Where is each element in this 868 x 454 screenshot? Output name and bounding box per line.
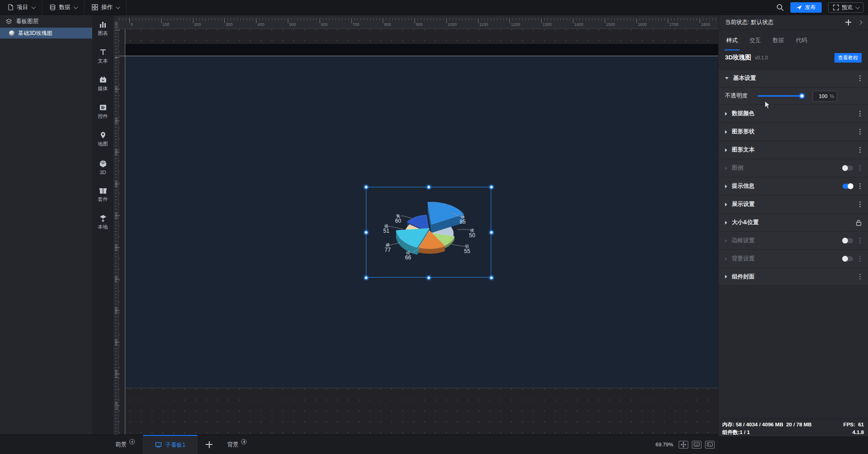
selection-handle[interactable] bbox=[364, 276, 368, 280]
keyboard-shortcuts-icon[interactable] bbox=[692, 441, 701, 449]
h-ruler-label: 1000 bbox=[448, 22, 457, 27]
selection-handle[interactable] bbox=[364, 185, 368, 189]
caret-icon bbox=[725, 221, 727, 225]
kit-icon bbox=[99, 187, 107, 194]
menu-data[interactable]: 数据 bbox=[42, 0, 84, 15]
menu-operate[interactable]: 操作 bbox=[84, 0, 127, 15]
caret-icon bbox=[725, 275, 727, 278]
section-label: 图例 bbox=[732, 164, 743, 172]
opacity-input[interactable]: 100 % bbox=[813, 91, 837, 102]
vertical-ruler: -100010020030040050060070080090010001100 bbox=[113, 16, 119, 434]
selection-handle[interactable] bbox=[489, 230, 493, 234]
section-menu-icon[interactable] bbox=[858, 200, 862, 208]
canvas-top-band bbox=[125, 44, 718, 55]
toolbox-item[interactable]: 媒体 bbox=[92, 70, 113, 98]
tab-样式[interactable]: 样式 bbox=[725, 31, 739, 50]
opacity-label: 不透明度 bbox=[725, 92, 748, 100]
publish-button[interactable]: 发布 bbox=[790, 2, 822, 13]
state-label: 当前状态: bbox=[725, 19, 749, 26]
toolbox-item[interactable]: 文本 bbox=[92, 43, 113, 70]
section-menu-icon[interactable] bbox=[858, 74, 862, 82]
toolbox-item[interactable]: 图表 bbox=[92, 15, 113, 43]
section-menu-icon[interactable] bbox=[858, 237, 862, 244]
sphere-icon bbox=[9, 30, 15, 36]
v-ruler-label: 1000 bbox=[114, 367, 118, 381]
section-menu-icon[interactable] bbox=[858, 255, 862, 263]
add-background-icon[interactable] bbox=[241, 439, 247, 444]
terminal-icon[interactable] bbox=[705, 441, 715, 449]
section-label: 展示设置 bbox=[732, 200, 755, 208]
settings-section[interactable]: 提示信息 bbox=[719, 177, 868, 195]
search-icon[interactable] bbox=[776, 4, 784, 11]
publish-label: 发布 bbox=[805, 4, 816, 11]
chevron-right-icon[interactable] bbox=[858, 20, 863, 24]
cube-3d-icon bbox=[99, 160, 107, 168]
toggle-switch[interactable] bbox=[843, 184, 853, 189]
layers-panel-title: 看板图层 bbox=[16, 18, 39, 25]
tab-background[interactable]: 背景 bbox=[221, 435, 253, 454]
toolbox-item[interactable]: 本地 bbox=[92, 209, 113, 236]
add-foreground-icon[interactable] bbox=[129, 439, 135, 444]
zoom-percent: 69.79% bbox=[656, 442, 673, 447]
opacity-slider[interactable] bbox=[758, 95, 802, 97]
h-ruler-label: 0 bbox=[131, 22, 133, 27]
add-state-icon[interactable] bbox=[845, 20, 851, 25]
settings-section[interactable]: 数据颜色 bbox=[719, 104, 868, 122]
settings-section[interactable]: 大小&位置 bbox=[719, 213, 868, 231]
section-menu-icon[interactable] bbox=[858, 110, 862, 117]
settings-section[interactable]: 展示设置 bbox=[719, 195, 868, 213]
selection-handle[interactable] bbox=[489, 276, 493, 280]
fit-screen-icon[interactable] bbox=[679, 441, 688, 449]
menu-project[interactable]: 项目 bbox=[0, 0, 42, 15]
slice-value-label: 66 bbox=[405, 254, 411, 261]
slice-value-label: 85 bbox=[459, 219, 466, 225]
caret-icon bbox=[725, 130, 727, 134]
settings-section[interactable]: 图形形状 bbox=[719, 122, 868, 141]
tab-sub-board[interactable]: 子看板1 bbox=[143, 435, 197, 454]
opacity-row: 不透明度 100 % bbox=[719, 87, 868, 104]
settings-section[interactable]: 背景设置 bbox=[719, 249, 868, 268]
lock-icon[interactable] bbox=[856, 220, 862, 226]
add-board-button[interactable] bbox=[206, 441, 212, 448]
toolbox-item[interactable]: 控件 bbox=[92, 98, 113, 126]
settings-section[interactable]: 图例 bbox=[719, 159, 868, 177]
selection-handle[interactable] bbox=[489, 185, 493, 189]
v-ruler-label: 400 bbox=[114, 177, 118, 191]
component-selection-box[interactable]: 钠85镁50铝55硅66磷77硫51氯60 bbox=[366, 187, 491, 278]
rose-chart-3d[interactable]: 钠85镁50铝55硅66磷77硫51氯60 bbox=[366, 187, 492, 278]
section-menu-icon[interactable] bbox=[858, 182, 862, 190]
settings-section[interactable]: 组件封面 bbox=[719, 268, 868, 286]
settings-section[interactable]: 边框设置 bbox=[719, 231, 868, 249]
settings-section[interactable]: 基本设置 bbox=[719, 69, 868, 87]
tutorial-button[interactable]: 查看教程 bbox=[834, 53, 862, 63]
preview-button[interactable]: 预览 bbox=[828, 2, 863, 13]
toolbox-item[interactable]: 3D bbox=[92, 153, 113, 181]
toolbox-item[interactable]: 套件 bbox=[92, 181, 113, 209]
section-menu-icon[interactable] bbox=[858, 146, 862, 154]
settings-section[interactable]: 图形文本 bbox=[719, 141, 868, 159]
selection-handle[interactable] bbox=[364, 230, 368, 234]
h-ruler-label: 1200 bbox=[511, 22, 520, 27]
h-ruler-label: 400 bbox=[257, 22, 264, 27]
selection-handle[interactable] bbox=[427, 185, 431, 189]
tab-交互[interactable]: 交互 bbox=[749, 31, 762, 50]
editor-canvas[interactable]: 0100200300400500600700800900100011001200… bbox=[113, 15, 718, 434]
selection-handle[interactable] bbox=[427, 276, 431, 280]
toggle-switch[interactable] bbox=[843, 238, 853, 243]
version-value: 4.1.8 bbox=[852, 429, 864, 436]
tab-foreground[interactable]: 前景 bbox=[109, 435, 141, 454]
section-menu-icon[interactable] bbox=[858, 164, 862, 172]
h-ruler-label: 700 bbox=[353, 22, 360, 27]
tab-数据[interactable]: 数据 bbox=[772, 31, 785, 50]
layer-item-label: 基础3D玫瑰图 bbox=[18, 29, 52, 37]
toolbox-item[interactable]: 地图 bbox=[92, 126, 113, 153]
section-menu-icon[interactable] bbox=[858, 273, 862, 281]
layer-item-3d-rose[interactable]: 基础3D玫瑰图 bbox=[0, 28, 92, 39]
sub-board-label: 子看板1 bbox=[165, 441, 185, 449]
horizontal-ruler: 0100200300400500600700800900100011001200… bbox=[119, 16, 718, 29]
toggle-switch[interactable] bbox=[843, 256, 853, 261]
toggle-switch[interactable] bbox=[843, 166, 853, 171]
tab-代码[interactable]: 代码 bbox=[795, 31, 808, 50]
slider-knob-icon[interactable] bbox=[799, 93, 805, 99]
section-menu-icon[interactable] bbox=[858, 128, 862, 136]
